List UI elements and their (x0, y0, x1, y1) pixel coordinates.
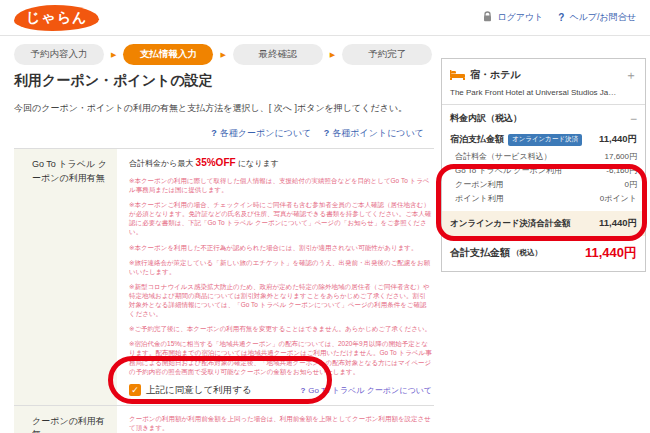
discount-headline: 合計料金から最大 35%OFF になります (129, 157, 432, 169)
goto-note: ※本クーポンの利用に際して取得した個人情報は、支援給付の実績照合などを目的として… (129, 176, 432, 194)
breakdown-header-row: 料金内訳（税込） − (442, 105, 645, 130)
breakdown-row: クーポン利用 0円 (442, 177, 645, 191)
goto-note: ※ご予約完了後に、本クーポンの利用有無を変更することはできません。あらかじめご了… (129, 324, 432, 333)
breakdown-row-value: 0ポイント (600, 193, 637, 204)
goto-note: ※新型コロナウイルス感染拡大防止のため、政府が定めた特定の除外地域の居住者（ご同… (129, 282, 432, 318)
agree-label: 上記に同意して利用する (146, 384, 252, 397)
help-link[interactable]: ヘルプ/お問合せ (569, 11, 636, 24)
agree-row: ✓ 上記に同意して利用する ?Go To トラベル クーポンについて (129, 384, 432, 397)
hotel-header-title: 宿・ホテル (470, 68, 620, 82)
online-card-total-label: オンラインカード決済合計金額 (450, 218, 570, 230)
online-card-total-row: オンラインカード決済合計金額 11,440円 (442, 211, 645, 236)
help-question-icon: ? (558, 12, 564, 23)
page: じゃらん ログアウト ? ヘルプ/お問合せ 予約内容入力 ▶ 支払情報入力 ▶ … (0, 0, 650, 433)
breakdown-row-label: ポイント利用 (455, 193, 504, 204)
breakdown-row: Go To トラベル クーポン利用 -6,160円 (442, 163, 645, 177)
breakdown-row-label: 合計料金（サービス料込） (455, 151, 552, 162)
coupon-section: クーポンの利用有無 クーポンの利用額が利用前金額を上回った場合は、利用前金額を上… (14, 405, 434, 433)
about-links: ?各種クーポンについて ?各種ポイントについて (14, 127, 434, 140)
breakdown-row-value: 17,600円 (605, 151, 637, 162)
breakdown-row-value: -6,160円 (606, 165, 637, 176)
top-bar: じゃらん ログアウト ? ヘルプ/お問合せ (0, 0, 650, 36)
grand-total-tax-note: （税込） (512, 248, 542, 258)
goto-coupon-section-label: Go To トラベル クーポンの利用有無 (14, 149, 117, 405)
page-instructions: 今回のクーポン・ポイントの利用の有無と支払方法を選択し、[ 次へ ]ボタンを押し… (14, 102, 434, 115)
page-title: 利用クーポン・ポイントの設定 (14, 72, 434, 90)
coupon-section-content: クーポンの利用額が利用前金額を上回った場合は、利用前金額を上限としてクーポン利用… (117, 406, 434, 433)
coupon-section-label: クーポンの利用有無 (14, 406, 117, 433)
grand-total-label: 合計支払金額 (450, 246, 510, 260)
grand-total-row: 合計支払金額 （税込） 11,440円 (442, 236, 645, 271)
goto-note: ※宿泊代金の15%に相当する「地域共通クーポン」の配布については、2020年9月… (129, 339, 432, 375)
breakdown-row-label: クーポン利用 (455, 179, 504, 190)
agree-checkbox[interactable]: ✓ (129, 384, 141, 396)
breakdown-row: 合計料金（サービス料込） 17,600円 (442, 149, 645, 163)
progress-steps: 予約内容入力 ▶ 支払情報入力 ▶ 最終確認 ▶ 予約完了 (14, 44, 432, 65)
main-column: 利用クーポン・ポイントの設定 今回のクーポン・ポイントの利用の有無と支払方法を選… (14, 72, 434, 433)
online-card-badge: オンラインカード決済 (508, 134, 582, 146)
goto-note: ※本クーポンご利用の場合、チェックイン時にご同伴者も含む参加者全員のご本人確認（… (129, 200, 432, 236)
goto-coupon-section-content: 合計料金から最大 35%OFF になります ※本クーポンの利用に際して取得した個… (117, 149, 434, 405)
step-arrow-icon: ▶ (111, 51, 116, 59)
step-final-confirm: 最終確認 (233, 44, 323, 65)
payment-label: 宿泊支払金額 (450, 133, 504, 146)
logout-link[interactable]: ログアウト (497, 11, 543, 24)
goto-note: ※旅行連絡会が策定している「新しい旅のエチケット」を確認のうえ、出発前・出発後の… (129, 258, 432, 276)
collapse-icon[interactable]: − (630, 113, 637, 125)
point-about-question-icon: ? (324, 128, 330, 138)
expand-icon[interactable]: ＋ (625, 69, 637, 81)
step-arrow-icon: ▶ (330, 51, 335, 59)
breakdown-row-label: Go To トラベル クーポン利用 (455, 165, 562, 176)
step-arrow-icon: ▶ (220, 51, 225, 59)
goto-coupon-section: Go To トラベル クーポンの利用有無 合計料金から最大 35%OFF になり… (14, 148, 434, 405)
online-card-total-value: 11,440円 (599, 217, 637, 230)
goto-coupon-link[interactable]: Go To トラベル クーポンについて (308, 386, 432, 395)
goto-question-icon: ? (300, 386, 305, 395)
coupon-warning: クーポンの利用額が利用前金額を上回った場合は、利用前金額を上限としてクーポン利用… (129, 414, 432, 432)
breakdown-row: ポイント利用 0ポイント (442, 191, 645, 205)
top-links: ログアウト ? ヘルプ/お問合せ (483, 11, 636, 24)
hotel-name: The Park Front Hotel at Universal Studio… (442, 88, 645, 104)
goto-coupon-about: ?Go To トラベル クーポンについて (300, 385, 432, 396)
booking-summary-panel: 宿・ホテル ＋ The Park Front Hotel at Universa… (441, 58, 646, 272)
check-icon: ✓ (131, 386, 139, 395)
point-about-link[interactable]: 各種ポイントについて (332, 128, 424, 138)
hotel-header-row: 宿・ホテル ＋ (442, 59, 645, 88)
breakdown-row-value: 0円 (625, 179, 637, 190)
coupon-about-question-icon: ? (211, 128, 217, 138)
agree-checkbox-row[interactable]: ✓ 上記に同意して利用する (129, 384, 252, 397)
jalan-logo[interactable]: じゃらん (14, 5, 99, 31)
discount-percent: 35%OFF (196, 157, 236, 168)
payment-value: 11,440円 (599, 133, 637, 146)
payment-amount-row: 宿泊支払金額 オンラインカード決済 11,440円 (442, 130, 645, 149)
coupon-about-link[interactable]: 各種クーポンについて (220, 128, 311, 138)
step-reservation-input: 予約内容入力 (14, 44, 104, 65)
step-payment-input: 支払情報入力 (123, 44, 213, 65)
lock-icon (483, 11, 492, 24)
breakdown-title: 料金内訳（税込） (450, 112, 630, 125)
grand-total-value: 11,440円 (585, 244, 637, 262)
hotel-icon (450, 66, 465, 84)
goto-note: ※本クーポンを利用した不正行為が認められた場合には、割引が適用されない可能性があ… (129, 243, 432, 252)
step-complete: 予約完了 (342, 44, 432, 65)
